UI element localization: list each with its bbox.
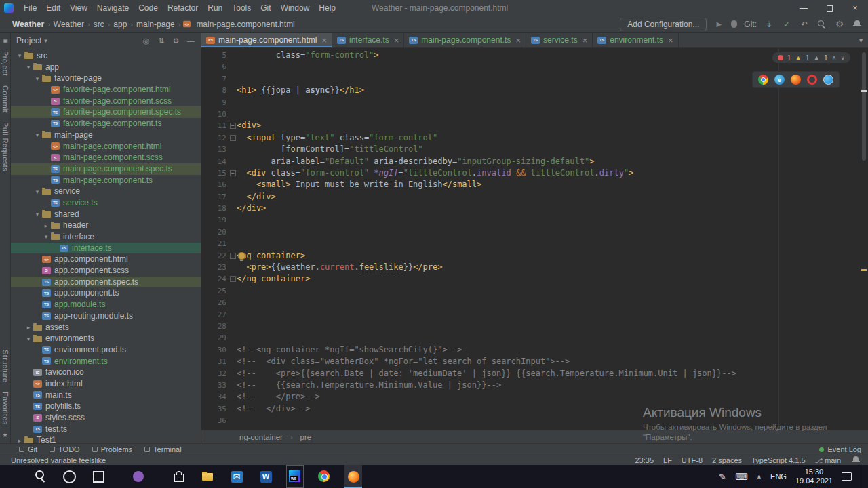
- tab-environment.ts[interactable]: environment.ts×: [593, 33, 678, 47]
- code-line[interactable]: 23 <pre>{{weather.current.feelslike}}</p…: [201, 262, 868, 273]
- code-line[interactable]: 20: [201, 226, 868, 238]
- code-line[interactable]: 9: [201, 97, 868, 108]
- menu-help[interactable]: Help: [314, 3, 340, 13]
- code-line[interactable]: 19: [201, 214, 868, 226]
- chevron-icon[interactable]: ▸: [43, 222, 50, 229]
- editor-scrollbar[interactable]: [861, 51, 867, 427]
- tree-item[interactable]: favorite-page.component.spec.ts: [11, 106, 201, 118]
- fold-icon[interactable]: −: [230, 135, 236, 141]
- tree-item[interactable]: app.component.scss: [11, 265, 201, 277]
- opera-browser-icon[interactable]: [807, 75, 817, 85]
- chevron-icon[interactable]: ▾: [34, 188, 41, 195]
- code-line[interactable]: 21: [201, 238, 868, 249]
- touch-keyboard-icon[interactable]: ⌨: [735, 472, 748, 482]
- breadcrumb-item-pre[interactable]: pre: [299, 433, 313, 441]
- git-commit-icon[interactable]: [781, 19, 792, 30]
- language-indicator[interactable]: ENG: [770, 472, 787, 481]
- code-line[interactable]: 16 <small> Input must be write in Englis…: [201, 179, 868, 190]
- tree-item[interactable]: main-page.component.spec.ts: [11, 163, 201, 175]
- menu-git[interactable]: Git: [256, 3, 275, 13]
- tree-item[interactable]: service.ts: [11, 197, 201, 209]
- action-center-icon[interactable]: [842, 472, 852, 481]
- favorites-star-icon[interactable]: ★: [2, 432, 7, 439]
- tree-item[interactable]: styles.scss: [11, 412, 201, 424]
- tree-item[interactable]: app.component.ts: [11, 287, 201, 299]
- firefox-browser-icon[interactable]: [791, 75, 801, 85]
- maximize-button[interactable]: [816, 0, 842, 16]
- tree-item[interactable]: main-page.component.scss: [11, 152, 201, 163]
- settings-icon[interactable]: ⚙: [172, 37, 180, 45]
- breadcrumb-item[interactable]: main-page: [135, 20, 176, 29]
- project-tool-icon[interactable]: ▣: [2, 37, 8, 44]
- code-line[interactable]: 27: [201, 309, 868, 321]
- fold-icon[interactable]: −: [230, 170, 236, 176]
- tool-window-git[interactable]: Git: [19, 445, 37, 453]
- notifications-icon[interactable]: [850, 455, 861, 466]
- close-icon[interactable]: ×: [394, 36, 399, 45]
- stripe-mark-warning[interactable]: [861, 269, 867, 271]
- tree-item[interactable]: app.module.ts: [11, 299, 201, 310]
- code-line[interactable]: 32<!-- <pre>{{search.Date | date: 'mediu…: [201, 368, 868, 380]
- git-revert-icon[interactable]: [799, 19, 810, 30]
- tree-item[interactable]: ▾shared: [11, 209, 201, 220]
- tree-item[interactable]: favorite-page.component.ts: [11, 118, 201, 129]
- tree-item[interactable]: ▾interface: [11, 231, 201, 243]
- menu-window[interactable]: Window: [276, 3, 315, 13]
- chevron-down-icon[interactable]: ▾: [44, 37, 47, 44]
- breadcrumb-item[interactable]: src: [92, 20, 106, 29]
- chevron-icon[interactable]: ▾: [43, 233, 50, 240]
- tree-item[interactable]: ▾service: [11, 186, 201, 197]
- hidden-icons-chevron[interactable]: ∧: [757, 473, 762, 481]
- code-line[interactable]: 11−<div>: [201, 120, 868, 131]
- tool-window-terminal[interactable]: Terminal: [144, 445, 182, 453]
- stripe-item-structure[interactable]: Structure: [1, 350, 9, 382]
- tree-item[interactable]: favorite-page.component.html: [11, 84, 201, 96]
- code-line[interactable]: 12− <input type="text" class="form-contr…: [201, 132, 868, 144]
- code-line[interactable]: 5 class="form-control">: [201, 49, 868, 61]
- flame-taskbar-icon[interactable]: [344, 465, 362, 488]
- tree-item[interactable]: app.component.html: [11, 253, 201, 265]
- chrome-browser-icon[interactable]: [758, 75, 768, 85]
- inspections-widget[interactable]: 1 ▲ 1 ▲ 1 ∧ ∨: [772, 52, 850, 63]
- show-desktop-button[interactable]: [861, 465, 864, 488]
- taskbar-clock[interactable]: 15:30 19.04.2021: [795, 468, 833, 485]
- tree-item[interactable]: ▸header: [11, 220, 201, 231]
- stripe-item-favorites[interactable]: Favorites: [1, 392, 9, 425]
- code-line[interactable]: 36: [201, 415, 868, 426]
- chevron-icon[interactable]: ▾: [34, 211, 41, 218]
- code-line[interactable]: 22−<ng-container>: [201, 250, 868, 262]
- tree-item[interactable]: interface.ts: [11, 243, 201, 254]
- tree-item[interactable]: environment.prod.ts: [11, 344, 201, 356]
- safari-browser-icon[interactable]: [823, 75, 833, 85]
- locate-icon[interactable]: ◎: [142, 37, 151, 45]
- indent-style[interactable]: 2 spaces: [712, 456, 742, 464]
- webstorm-taskbar-icon[interactable]: [286, 465, 304, 488]
- git-update-icon[interactable]: [764, 19, 774, 30]
- edge-browser-icon[interactable]: [774, 75, 785, 85]
- menu-navigate[interactable]: Navigate: [92, 3, 134, 13]
- close-icon[interactable]: ×: [321, 36, 327, 45]
- code-line[interactable]: 34<!-- </pre>-->: [201, 391, 868, 403]
- collapse-icon[interactable]: ⇅: [157, 37, 165, 45]
- chrome-taskbar-icon[interactable]: [315, 465, 333, 488]
- scrollbar-thumb[interactable]: [862, 52, 866, 161]
- code-line[interactable]: 30<!--<ng-container *ngIf="showSearchCit…: [201, 344, 868, 356]
- fold-icon[interactable]: −: [230, 253, 236, 259]
- cortana-taskbar-icon[interactable]: [60, 465, 78, 488]
- tree-item[interactable]: test.ts: [11, 424, 201, 435]
- next-issue-icon[interactable]: ∨: [840, 54, 845, 61]
- close-button[interactable]: ×: [842, 0, 868, 16]
- search-taskbar-icon[interactable]: [31, 465, 49, 488]
- menu-file[interactable]: File: [19, 3, 41, 13]
- tab-main-page.component.ts[interactable]: main-page.component.ts×: [404, 33, 526, 47]
- menu-run[interactable]: Run: [203, 3, 227, 13]
- close-icon[interactable]: ×: [668, 36, 673, 45]
- code-line[interactable]: 13 [formControl]="tittleControl": [201, 144, 868, 155]
- chevron-icon[interactable]: ▾: [25, 336, 32, 342]
- close-icon[interactable]: ×: [583, 36, 588, 45]
- tree-item[interactable]: main-page.component.ts: [11, 175, 201, 186]
- menu-edit[interactable]: Edit: [41, 3, 65, 13]
- code-line[interactable]: 17 </div>: [201, 191, 868, 203]
- tree-item[interactable]: ▾favorite-page: [11, 73, 201, 84]
- search-icon[interactable]: [816, 19, 827, 30]
